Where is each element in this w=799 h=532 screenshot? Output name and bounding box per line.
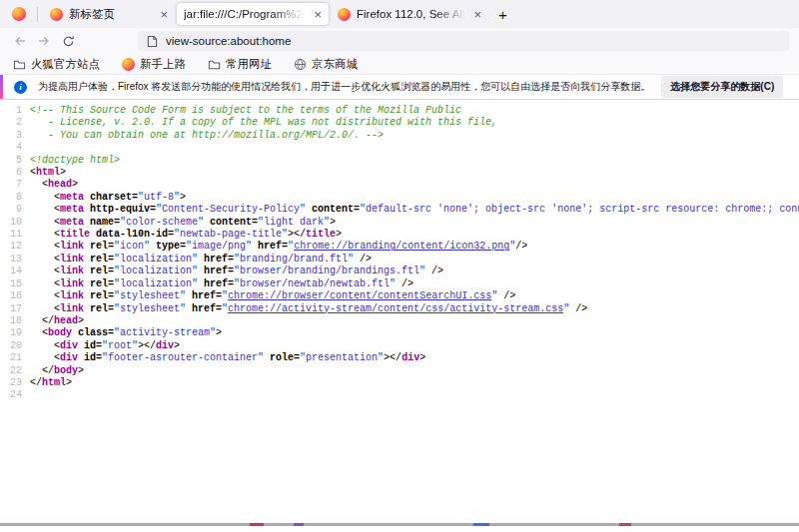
- code-token: <: [30, 204, 60, 215]
- source-line: 5<!doctype html>: [0, 155, 799, 167]
- code-token: div: [401, 352, 419, 363]
- code-token: class=: [72, 327, 114, 338]
- source-line: 24: [0, 389, 799, 401]
- url-text: view-source:about:home: [166, 35, 291, 47]
- tab-close-icon[interactable]: ×: [160, 8, 168, 21]
- code-token: </: [30, 365, 54, 376]
- code-text: <html>: [30, 167, 66, 179]
- line-number: 21: [0, 352, 30, 364]
- code-token: link: [60, 254, 84, 265]
- source-line: 4: [0, 142, 799, 154]
- code-token: rel=: [84, 241, 114, 252]
- code-token: - License, v. 2.0. If a copy of the MPL …: [30, 117, 497, 128]
- code-token: <: [30, 179, 48, 190]
- bookmark-item-1[interactable]: 火狐官方站点: [13, 57, 100, 72]
- source-line: 18 </head>: [0, 315, 799, 327]
- code-token: href=: [186, 303, 222, 314]
- bookmark-item-4[interactable]: 京东商城: [294, 57, 358, 72]
- back-button[interactable]: [8, 30, 32, 52]
- line-number: 20: [0, 340, 30, 352]
- code-token: role=: [264, 352, 300, 363]
- source-link[interactable]: chrome://branding/content/icon32.png: [294, 241, 509, 252]
- code-text: <div id="footer-asrouter-container" role…: [30, 352, 425, 364]
- code-token: "stylesheet": [114, 303, 186, 314]
- code-token: href=: [198, 278, 234, 289]
- tab-close-icon[interactable]: ×: [473, 8, 481, 21]
- code-token: link: [60, 241, 84, 252]
- code-token: />: [569, 303, 587, 314]
- code-token: type=: [150, 241, 186, 252]
- code-token: ></: [138, 340, 156, 351]
- code-text: <link rel="icon" type="image/png" href="…: [30, 241, 527, 253]
- code-text: </body>: [30, 365, 84, 377]
- tab-1[interactable]: 新标签页×: [43, 3, 175, 25]
- code-token: id=: [78, 352, 102, 363]
- code-token: <: [30, 303, 60, 314]
- code-token: rel=: [84, 303, 114, 314]
- source-line: 19 <body class="activity-stream">: [0, 327, 799, 339]
- code-token: meta: [60, 204, 84, 215]
- tab-title: jar:file:///C:/Program%20Files/Mo: [184, 8, 308, 20]
- code-token: <: [30, 241, 60, 252]
- line-number: 23: [0, 377, 30, 389]
- code-token: "browser/branding/brandings.ftl": [234, 266, 425, 276]
- tab-2[interactable]: jar:file:///C:/Program%20Files/Mo×: [177, 3, 329, 25]
- bookmark-label: 京东商城: [312, 57, 358, 72]
- source-line: 11 <title data-l10n-id="newtab-page-titl…: [0, 229, 799, 241]
- line-number: 5: [0, 155, 30, 167]
- line-number: 17: [0, 303, 30, 315]
- tab-3[interactable]: Firefox 112.0, See All New Fea×: [331, 3, 488, 25]
- code-token: ></: [288, 229, 306, 240]
- code-token: "color-scheme": [120, 217, 204, 228]
- code-token: "localization": [114, 278, 198, 289]
- code-token: >: [336, 229, 342, 240]
- line-number: 19: [0, 327, 30, 339]
- code-text: - You can obtain one at http://mozilla.o…: [30, 130, 384, 142]
- choose-shared-data-button[interactable]: 选择您要分享的数据(C): [661, 76, 783, 98]
- source-line: 9 <meta http-equiv="Content-Security-Pol…: [0, 204, 799, 216]
- code-token: >: [66, 377, 72, 388]
- bookmark-item-2[interactable]: 新手上路: [122, 57, 186, 72]
- line-number: 12: [0, 241, 30, 253]
- forward-button[interactable]: [32, 30, 56, 52]
- code-text: <body class="activity-stream">: [30, 327, 222, 339]
- source-line: 8 <meta charset="utf-8">: [0, 192, 799, 204]
- globe-icon: [294, 58, 307, 71]
- firefox-app-button[interactable]: [6, 2, 32, 26]
- code-token: <: [30, 254, 60, 265]
- code-token: </: [30, 377, 42, 388]
- code-token: "footer-asrouter-container": [102, 352, 264, 363]
- info-icon: i: [14, 81, 27, 94]
- code-token: <!-- This Source Code Form is subject to…: [30, 105, 461, 116]
- code-token: link: [60, 290, 84, 301]
- code-token: body: [54, 365, 78, 376]
- new-tab-button[interactable]: +: [488, 7, 517, 22]
- bookmark-item-3[interactable]: 常用网址: [208, 57, 272, 72]
- tab-close-icon[interactable]: ×: [314, 8, 322, 21]
- code-token: >: [419, 352, 425, 363]
- line-number: 11: [0, 229, 30, 241]
- firefox-icon: [122, 58, 135, 71]
- code-text: <meta http-equiv="Content-Security-Polic…: [30, 204, 799, 216]
- code-token: />: [497, 290, 515, 301]
- reload-button[interactable]: [56, 30, 80, 52]
- bookmarks-bar: 火狐官方站点新手上路常用网址京东商城: [0, 54, 799, 75]
- notification-message: 为提高用户体验，Firefox 将发送部分功能的使用情况给我们，用于进一步优化火…: [38, 80, 650, 94]
- view-source-content: 1<!-- This Source Code Form is subject t…: [0, 100, 799, 402]
- code-token: "root": [102, 340, 138, 351]
- code-token: >: [78, 365, 84, 376]
- line-number: 16: [0, 290, 30, 302]
- source-link[interactable]: chrome://activity-stream/content/css/act…: [228, 303, 563, 314]
- code-token: />: [354, 254, 372, 265]
- url-bar[interactable]: view-source:about:home: [138, 31, 789, 51]
- code-text: <link rel="localization" href="browser/b…: [30, 266, 443, 277]
- source-line: 12 <link rel="icon" type="image/png" hre…: [0, 241, 799, 253]
- code-token: html: [36, 167, 60, 178]
- code-token: meta: [60, 192, 84, 203]
- code-token: href=: [186, 290, 222, 301]
- code-token: div: [156, 340, 174, 351]
- code-token: name=: [84, 217, 120, 228]
- source-link[interactable]: chrome://browser/content/contentSearchUI…: [228, 290, 491, 301]
- source-line: 16 <link rel="stylesheet" href="chrome:/…: [0, 290, 799, 302]
- notification-bar: i 为提高用户体验，Firefox 将发送部分功能的使用情况给我们，用于进一步优…: [0, 75, 799, 100]
